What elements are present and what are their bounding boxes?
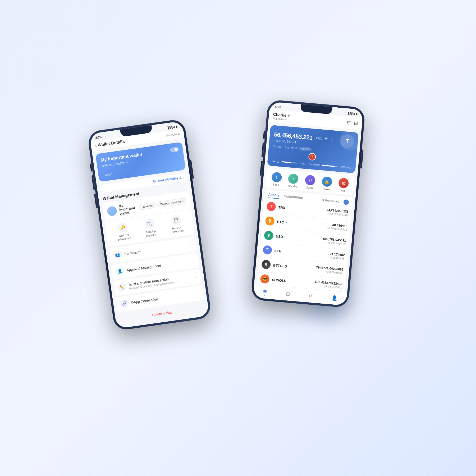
- dapp-icon: 🔗: [120, 299, 129, 308]
- backup-keystore[interactable]: 📋 Back Upkeystore: [144, 218, 156, 237]
- approval-management-label: Approval Management: [126, 263, 161, 272]
- trx-name: TRX: [278, 205, 285, 210]
- usdt-balance: 602,786.035091 ≈$ 606,000.199: [323, 237, 346, 245]
- multisig-icon: ✏️: [117, 283, 127, 292]
- nav-profile[interactable]: 👤: [331, 295, 338, 301]
- preference-icon: ⇅: [322, 198, 324, 202]
- balance-card: T 56,456,453.221 TRX 👁 ⤢ ≈ $3,951,951.71…: [267, 125, 359, 173]
- swap-action[interactable]: ⇄ Swap: [304, 175, 315, 190]
- status-icons: ▐▐▐ ◈ ▮: [167, 125, 178, 129]
- nav-assets[interactable]: ◉: [263, 288, 267, 296]
- scan-icon[interactable]: ⊡: [346, 120, 351, 126]
- wallet-management-name: My important wallet: [118, 202, 137, 216]
- eth-logo: Ξ: [263, 245, 272, 255]
- btc-balance: 30.810455 ≈$ 1555,934,813: [327, 223, 347, 231]
- approval-arrow: ›: [193, 258, 195, 263]
- btc-name: BTC ✓: [277, 220, 288, 225]
- balance-ticker: TRX: [315, 136, 322, 141]
- mnemonic-icon: 📋: [171, 214, 181, 225]
- back-arrow-icon: ‹: [95, 143, 97, 148]
- assets-nav-icon: ◉: [263, 288, 267, 294]
- back-button[interactable]: ‹ Wallet Details: [95, 139, 125, 148]
- key-icon: 🔑: [117, 222, 128, 233]
- qr-icon[interactable]: ⊞: [354, 120, 358, 126]
- nav-discover[interactable]: ⊞: [286, 291, 290, 297]
- vote-label: Vote: [340, 189, 346, 192]
- backup-private-key[interactable]: 🔑 Back Upprivate key: [116, 222, 131, 241]
- permission-arrow: ›: [191, 242, 193, 247]
- right-status-icons: ▐▐▐ ◈ ▮: [347, 112, 358, 116]
- history-nav-icon: ↺: [308, 293, 313, 299]
- tron-circle-icon: T: [308, 153, 316, 161]
- change-password-button[interactable]: Change Password: [157, 198, 187, 207]
- expand-icon[interactable]: ⤢: [330, 137, 334, 142]
- bandwidth-fill: [322, 165, 335, 167]
- sun-logo: 😎: [260, 274, 270, 284]
- backup-mnemonic[interactable]: 📋 Back Upmnemonic: [169, 214, 184, 234]
- btt-balance: 2648771.04328662 ≈$ 6.77419355: [316, 266, 344, 275]
- preference-label: Preference: [325, 199, 340, 203]
- multisig-arrow: ›: [195, 274, 198, 280]
- non-hd-badge: Non-HD: [299, 147, 312, 151]
- verified-icon: ✓: [285, 221, 288, 225]
- status-time: 4:20: [95, 135, 102, 140]
- bandwidth-value: 4000/5000: [340, 166, 351, 169]
- assets-nav-dot: [264, 294, 265, 295]
- receive-action[interactable]: ↓ Receive: [287, 173, 299, 188]
- receive-label: Receive: [288, 184, 298, 188]
- send-icon: ↑: [271, 172, 282, 183]
- btt-name: BTTOLD: [273, 263, 287, 268]
- backup-private-key-label: Back Upprivate key: [117, 233, 131, 241]
- bandwidth-bar: [322, 165, 338, 167]
- wallet-action-buttons: Rename Change Password: [138, 198, 187, 210]
- wallet-avatar: [107, 205, 117, 216]
- right-phone: 4:20 ▐▐▐ ◈ ▮ Charlie ⇄ MainChain ⊡ ⊞: [251, 99, 366, 308]
- backup-keystore-label: Back Upkeystore: [145, 229, 156, 237]
- visibility-icon[interactable]: 👁: [324, 136, 329, 141]
- bandwidth-label: Bandwidth: [309, 163, 320, 167]
- eth-balance: 21.174682 ≈$ 85,885.35: [329, 252, 345, 260]
- usdt-name: USDT: [276, 234, 285, 239]
- stake-icon: 🔒: [322, 176, 332, 187]
- preference-button[interactable]: ⇅ Preference: [322, 198, 340, 203]
- copy-addr-icon[interactable]: ⧉: [295, 147, 298, 150]
- backup-mnemonic-label: Back Upmnemonic: [171, 225, 184, 234]
- sun-balance: 692.418878222498 ≈$ 13.5483871: [314, 280, 342, 289]
- discover-nav-icon: ⊞: [286, 291, 290, 297]
- stake-action[interactable]: 🔒 Stake: [321, 176, 332, 191]
- copy-icon[interactable]: ⧉: [126, 161, 129, 164]
- chain-label: MainChain: [166, 132, 180, 137]
- dapp-connection-label: DApp Connection: [131, 297, 158, 305]
- energy-fill: [281, 161, 291, 163]
- trx-logo: T: [266, 202, 276, 211]
- permission-label: Permission: [124, 250, 141, 256]
- approval-icon: 👤: [115, 266, 125, 276]
- switch-icon[interactable]: ⇄: [287, 113, 291, 118]
- energy-label: Energy: [272, 159, 279, 163]
- swap-icon: ⇄: [305, 175, 315, 186]
- left-phone-screen: 4:20 ▐▐▐ ◈ ▮ ‹ Wallet Details MainChain …: [89, 121, 209, 329]
- asset-list: T TRX 34,234,453.126 ≈$ 2,760,842,982 ₿ …: [257, 199, 352, 293]
- add-asset-button[interactable]: +: [343, 199, 349, 205]
- send-action[interactable]: ↑ Send: [271, 172, 282, 187]
- tab-assets[interactable]: Assets: [268, 193, 280, 199]
- sun-name: SUNOLD: [272, 278, 287, 283]
- vote-icon: 🎟: [338, 178, 349, 189]
- swap-label: Swap: [306, 186, 313, 189]
- stake-label: Stake: [323, 187, 329, 191]
- tab-collectibles[interactable]: Collectibles: [283, 194, 303, 201]
- energy-bar: [281, 161, 297, 164]
- dapp-arrow: ›: [198, 291, 200, 296]
- btc-logo: ₿: [265, 216, 275, 226]
- rename-button[interactable]: Rename: [138, 202, 156, 210]
- right-status-time: 4:20: [275, 105, 281, 109]
- nav-history[interactable]: ↺: [308, 293, 313, 299]
- usdt-logo: ₮: [264, 231, 274, 240]
- receive-icon: ↓: [288, 173, 299, 184]
- btt-logo: B: [261, 260, 271, 269]
- permission-icon: 👥: [113, 250, 122, 260]
- vote-action[interactable]: 🎟 Vote: [338, 178, 349, 193]
- eth-name: ETH: [274, 249, 281, 253]
- trx-balance: 34,234,453.126 ≈$ 2,760,842,982: [326, 208, 349, 217]
- page-title: Wallet Details: [97, 139, 125, 148]
